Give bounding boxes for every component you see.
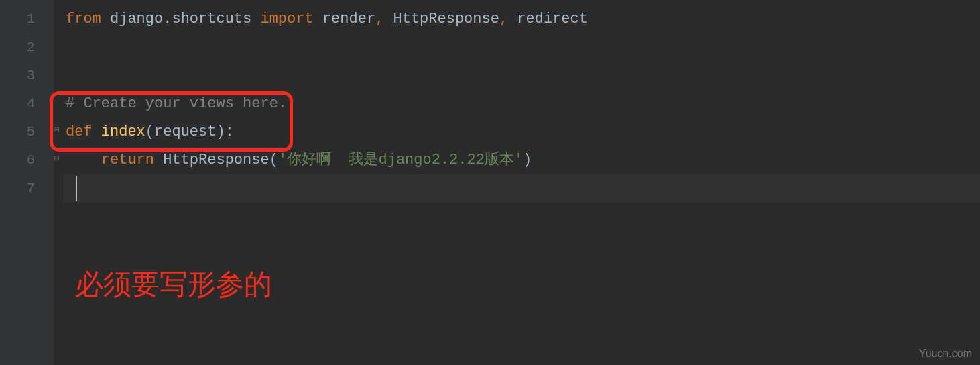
module-name: django.shortcuts [101, 11, 261, 28]
fold-collapse-icon[interactable]: ⊟ [52, 126, 62, 136]
comma: , [375, 11, 393, 28]
import-redirect: redirect [517, 11, 588, 28]
line-number: 7 [0, 174, 54, 203]
code-line-5[interactable]: def index(request): [66, 118, 980, 146]
code-line-3[interactable] [66, 62, 980, 90]
call-httpresponse: HttpResponse( [163, 152, 278, 168]
comment: # Create your views here. [66, 95, 287, 112]
code-area[interactable]: from django.shortcuts import render, Htt… [54, 0, 980, 365]
import-httpresponse: HttpResponse [393, 11, 499, 28]
indent [66, 152, 101, 168]
function-params: (request): [145, 123, 234, 140]
fold-end-icon[interactable]: ⊟ [52, 154, 62, 164]
watermark: Yuucn.com [919, 348, 972, 360]
line-number: 2 [0, 34, 54, 62]
keyword-return: return [101, 152, 163, 168]
code-line-4[interactable]: # Create your views here. [66, 90, 980, 118]
import-render: render [314, 11, 375, 28]
keyword-import: import [260, 11, 313, 28]
line-gutter: 1 2 3 4 5 6 7 [0, 0, 54, 365]
annotation-text: 必须要写形参的 [75, 266, 272, 303]
code-line-2[interactable] [66, 34, 980, 62]
line-number: 6 [0, 146, 54, 174]
function-name: index [101, 123, 145, 140]
line-number: 4 [0, 90, 54, 118]
line-number: 1 [0, 5, 54, 34]
text-caret [76, 176, 77, 201]
comma: , [499, 11, 517, 28]
keyword-def: def [66, 123, 101, 140]
string-literal: '你好啊 我是django2.2.22版本' [278, 152, 523, 168]
code-line-1[interactable]: from django.shortcuts import render, Htt… [66, 5, 980, 34]
line-number: 3 [0, 62, 54, 90]
code-editor[interactable]: 1 2 3 4 5 6 7 from django.shortcuts impo… [0, 0, 980, 365]
close-paren: ) [523, 152, 532, 168]
code-line-7[interactable] [66, 174, 980, 203]
keyword-from: from [66, 11, 101, 28]
line-number: 5 [0, 118, 54, 146]
code-line-6[interactable]: return HttpResponse('你好啊 我是django2.2.22版… [66, 146, 980, 174]
